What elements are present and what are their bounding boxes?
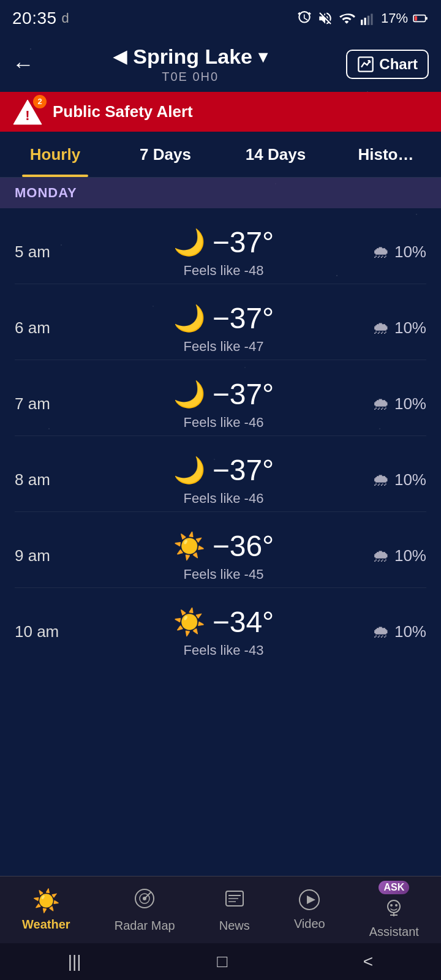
- back-button[interactable]: ←: [12, 51, 34, 77]
- precip-4: 🌧 10%: [359, 546, 426, 566]
- nav-weather[interactable]: ☀️ Weather: [22, 888, 70, 932]
- location-info: ◀ Spring Lake ▾ T0E 0H0: [113, 45, 267, 84]
- nav-news-icon: [224, 888, 246, 915]
- hour-label-4: 9 am: [15, 546, 88, 565]
- location-code: T0E 0H0: [162, 70, 219, 84]
- cloud-icon-5: 🌧: [372, 622, 390, 642]
- chart-label: Chart: [379, 56, 418, 73]
- header: ← ◀ Spring Lake ▾ T0E 0H0 Chart: [0, 37, 441, 92]
- system-home-button[interactable]: □: [217, 952, 227, 971]
- alarm-icon: [296, 10, 312, 26]
- hour-label-2: 7 am: [15, 394, 88, 413]
- svg-point-24: [395, 904, 398, 907]
- svg-text:!: !: [25, 108, 29, 123]
- status-time: 20:35: [12, 9, 57, 28]
- weather-center-5: ☀️ −34° Feels like -43: [88, 605, 359, 658]
- temp-1: −37°: [213, 301, 274, 335]
- feels-like-2: Feels like -46: [184, 415, 264, 431]
- weather-center-3: 🌙 −37° Feels like -46: [88, 453, 359, 507]
- chart-button[interactable]: Chart: [346, 50, 429, 79]
- alert-badge: 2: [33, 95, 47, 108]
- weather-center-0: 🌙 −37° Feels like -48: [88, 225, 359, 279]
- tab-14days[interactable]: 14 Days: [221, 132, 331, 177]
- weather-icon-2: 🌙: [173, 382, 205, 407]
- feels-like-0: Feels like -48: [184, 263, 264, 279]
- precip-pct-4: 10%: [394, 546, 426, 565]
- precip-5: 🌧 10%: [359, 622, 426, 642]
- weather-center-2: 🌙 −37° Feels like -46: [88, 377, 359, 431]
- weather-center-4: ☀️ −36° Feels like -45: [88, 529, 359, 582]
- system-back-button[interactable]: <: [363, 952, 373, 971]
- weather-center-1: 🌙 −37° Feels like -47: [88, 301, 359, 355]
- day-header: MONDAY: [0, 178, 441, 208]
- nav-radar[interactable]: Radar Map: [115, 888, 175, 933]
- nav-assistant[interactable]: ASK Assistant: [369, 881, 419, 939]
- hour-label-0: 5 am: [15, 243, 88, 262]
- precip-pct-3: 10%: [394, 470, 426, 489]
- cloud-icon-1: 🌧: [372, 318, 390, 338]
- system-menu-button[interactable]: |||: [68, 952, 81, 971]
- status-icons: 17%: [296, 10, 429, 26]
- status-bar: 20:35 d 17%: [0, 0, 441, 37]
- alert-banner[interactable]: ! 2 Public Safety Alert: [0, 92, 441, 132]
- weather-icon-0: 🌙: [173, 230, 205, 255]
- svg-rect-1: [364, 18, 366, 25]
- hourly-row-5am: 5 am 🌙 −37° Feels like -48 🌧 10%: [0, 208, 441, 284]
- nav-video-label: Video: [294, 917, 325, 931]
- feels-like-5: Feels like -43: [184, 643, 264, 658]
- tab-hourly[interactable]: Hourly: [0, 132, 110, 177]
- precip-1: 🌧 10%: [359, 318, 426, 338]
- precip-0: 🌧 10%: [359, 242, 426, 262]
- nav-weather-label: Weather: [22, 918, 70, 932]
- hour-label-1: 6 am: [15, 318, 88, 337]
- cloud-icon-0: 🌧: [372, 242, 390, 262]
- hourly-row-8am: 8 am 🌙 −37° Feels like -46 🌧 10%: [0, 436, 441, 511]
- weather-icon-5: ☀️: [173, 609, 205, 635]
- ask-badge: ASK: [379, 881, 409, 894]
- hourly-row-7am: 7 am 🌙 −37° Feels like -46 🌧 10%: [0, 360, 441, 435]
- svg-rect-6: [426, 17, 428, 20]
- cloud-icon-3: 🌧: [372, 470, 390, 490]
- temp-0: −37°: [213, 225, 274, 259]
- wifi-icon: [338, 10, 355, 26]
- precip-2: 🌧 10%: [359, 394, 426, 414]
- svg-rect-3: [371, 13, 372, 24]
- chart-icon: [357, 56, 374, 73]
- svg-marker-21: [307, 895, 315, 904]
- tab-7days[interactable]: 7 Days: [110, 132, 221, 177]
- hour-label-3: 8 am: [15, 470, 88, 489]
- dropdown-icon[interactable]: ▾: [258, 47, 267, 67]
- location-arrow-icon: ◀: [113, 47, 127, 67]
- cloud-icon-4: 🌧: [372, 546, 390, 566]
- svg-rect-2: [368, 16, 369, 25]
- tab-historical[interactable]: Histo…: [331, 132, 441, 177]
- battery-text: 17%: [381, 10, 408, 26]
- temp-3: −37°: [213, 453, 274, 487]
- nav-video-icon: [298, 889, 320, 913]
- system-nav-bar: ||| □ <: [0, 943, 441, 980]
- nav-assistant-label: Assistant: [369, 925, 419, 939]
- precip-pct-0: 10%: [394, 243, 426, 262]
- temp-4: −36°: [213, 529, 274, 563]
- battery-icon: [413, 10, 429, 26]
- svg-point-23: [390, 904, 393, 907]
- location-name-row[interactable]: ◀ Spring Lake ▾: [113, 45, 267, 69]
- nav-news-label: News: [219, 919, 250, 933]
- hourly-row-10am: 10 am ☀️ −34° Feels like -43 🌧 10%: [0, 588, 441, 663]
- precip-pct-5: 10%: [394, 622, 426, 641]
- alert-icon: ! 2: [12, 99, 43, 126]
- svg-point-22: [388, 900, 400, 913]
- nav-news[interactable]: News: [219, 888, 250, 933]
- feels-like-4: Feels like -45: [184, 567, 264, 582]
- hourly-row-9am: 9 am ☀️ −36° Feels like -45 🌧 10%: [0, 512, 441, 587]
- nav-video[interactable]: Video: [294, 889, 325, 931]
- hourly-list: 5 am 🌙 −37° Feels like -48 🌧 10% 6 am 🌙 …: [0, 208, 441, 663]
- mute-icon: [317, 10, 333, 26]
- svg-rect-5: [415, 16, 417, 21]
- weather-icon-1: 🌙: [173, 306, 205, 331]
- bottom-nav: ☀️ Weather Radar Map News: [0, 876, 441, 943]
- signal-icon: [360, 10, 376, 26]
- svg-rect-0: [361, 20, 363, 25]
- feels-like-3: Feels like -46: [184, 491, 264, 507]
- alert-text: Public Safety Alert: [53, 102, 193, 121]
